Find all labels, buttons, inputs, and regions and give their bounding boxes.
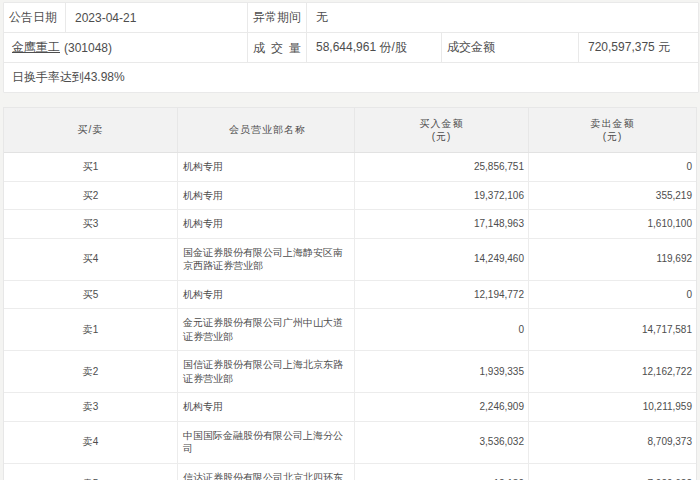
table-row: 卖3 机构专用 2,246,909 10,211,959 (4, 393, 696, 422)
table-row: 卖2 国信证券股份有限公司上海北京东路证券营业部 1,939,335 12,16… (4, 351, 696, 393)
sell-amount-cell: 1,610,100 (529, 210, 696, 238)
stock-cell: 金鹰重工 (301048) (4, 33, 248, 62)
side-cell: 卖2 (4, 351, 178, 392)
turnover-value: 720,597,375 元 (579, 33, 698, 62)
buy-amount-cell: 14,249,460 (355, 239, 529, 280)
buy-amount-cell: 3,536,032 (355, 422, 529, 463)
sell-amount-cell: 14,717,581 (529, 309, 696, 350)
turnover-rate-note: 日换手率达到43.98% (4, 63, 698, 92)
table-row: 买3 机构专用 17,148,963 1,610,100 (4, 210, 696, 239)
announce-date-value: 2023-04-21 (66, 3, 248, 32)
buy-amount-cell: 25,856,751 (355, 153, 529, 181)
trade-table: 买/卖 会员营业部名称 买入金额 (元) 卖出金额 (元) 买1 机构专用 25… (3, 107, 697, 480)
side-cell: 卖4 (4, 422, 178, 463)
info-panel: 公告日期 2023-04-21 异常期间 无 金鹰重工 (301048) 成交量… (3, 2, 699, 93)
col-header-buy-unit: (元) (432, 130, 452, 144)
side-cell: 买2 (4, 182, 178, 210)
table-row: 买2 机构专用 19,372,106 355,219 (4, 182, 696, 211)
sell-amount-cell: 355,219 (529, 182, 696, 210)
sell-amount-cell: 7,929,622 (529, 464, 696, 480)
turnover-label: 成交金额 (442, 33, 579, 62)
broker-cell: 机构专用 (178, 281, 355, 309)
side-cell: 卖5 (4, 464, 178, 480)
abnormal-period-label: 异常期间 (248, 3, 307, 32)
abnormal-period-value: 无 (307, 3, 698, 32)
side-cell: 卖1 (4, 309, 178, 350)
stock-name-link[interactable]: 金鹰重工 (12, 39, 60, 56)
sell-amount-cell: 10,211,959 (529, 393, 696, 421)
table-row: 卖5 信达证券股份有限公司北京北四环东路证券营业部 12,180 7,929,6… (4, 464, 696, 480)
col-header-broker: 会员营业部名称 (178, 108, 355, 152)
col-header-side: 买/卖 (4, 108, 178, 152)
table-body: 买1 机构专用 25,856,751 0 买2 机构专用 19,372,106 … (4, 153, 696, 480)
buy-amount-cell: 0 (355, 309, 529, 350)
broker-cell: 金元证券股份有限公司广州中山大道证券营业部 (178, 309, 355, 350)
table-row: 买1 机构专用 25,856,751 0 (4, 153, 696, 182)
info-row-stock: 金鹰重工 (301048) 成交量 58,644,961 份/股 成交金额 72… (4, 33, 698, 63)
buy-amount-cell: 12,194,772 (355, 281, 529, 309)
table-row: 卖1 金元证券股份有限公司广州中山大道证券营业部 0 14,717,581 (4, 309, 696, 351)
buy-amount-cell: 17,148,963 (355, 210, 529, 238)
sell-amount-cell: 0 (529, 281, 696, 309)
sell-amount-cell: 0 (529, 153, 696, 181)
col-header-broker-label: 会员营业部名称 (229, 123, 306, 137)
table-row: 卖4 中国国际金融股份有限公司上海分公司 3,536,032 8,709,373 (4, 422, 696, 464)
col-header-buy-amount: 买入金额 (元) (355, 108, 529, 152)
info-row-note: 日换手率达到43.98% (4, 63, 698, 92)
col-header-sell-label: 卖出金额 (591, 117, 635, 131)
broker-cell: 机构专用 (178, 210, 355, 238)
col-header-sell-unit: (元) (603, 130, 623, 144)
sell-amount-cell: 119,692 (529, 239, 696, 280)
side-cell: 买4 (4, 239, 178, 280)
table-row: 买5 机构专用 12,194,772 0 (4, 281, 696, 310)
broker-cell: 中国国际金融股份有限公司上海分公司 (178, 422, 355, 463)
side-cell: 买1 (4, 153, 178, 181)
side-cell: 买5 (4, 281, 178, 309)
broker-cell: 信达证券股份有限公司北京北四环东路证券营业部 (178, 464, 355, 480)
sell-amount-cell: 12,162,722 (529, 351, 696, 392)
sell-amount-cell: 8,709,373 (529, 422, 696, 463)
broker-cell: 国信证券股份有限公司上海北京东路证券营业部 (178, 351, 355, 392)
broker-cell: 机构专用 (178, 393, 355, 421)
table-row: 买4 国金证券股份有限公司上海静安区南京西路证券营业部 14,249,460 1… (4, 239, 696, 281)
broker-cell: 机构专用 (178, 153, 355, 181)
broker-cell: 国金证券股份有限公司上海静安区南京西路证券营业部 (178, 239, 355, 280)
col-header-buy-label: 买入金额 (420, 117, 464, 131)
col-header-sell-amount: 卖出金额 (元) (529, 108, 696, 152)
table-header-row: 买/卖 会员营业部名称 买入金额 (元) 卖出金额 (元) (4, 108, 696, 153)
buy-amount-cell: 1,939,335 (355, 351, 529, 392)
broker-cell: 机构专用 (178, 182, 355, 210)
buy-amount-cell: 19,372,106 (355, 182, 529, 210)
buy-amount-cell: 2,246,909 (355, 393, 529, 421)
volume-value: 58,644,961 份/股 (307, 33, 442, 62)
col-header-side-label: 买/卖 (78, 123, 104, 137)
stock-code: (301048) (64, 41, 112, 55)
buy-amount-cell: 12,180 (355, 464, 529, 480)
side-cell: 卖3 (4, 393, 178, 421)
info-row-date: 公告日期 2023-04-21 异常期间 无 (4, 3, 698, 33)
volume-label: 成交量 (248, 33, 307, 62)
announce-date-label: 公告日期 (4, 3, 66, 32)
side-cell: 买3 (4, 210, 178, 238)
